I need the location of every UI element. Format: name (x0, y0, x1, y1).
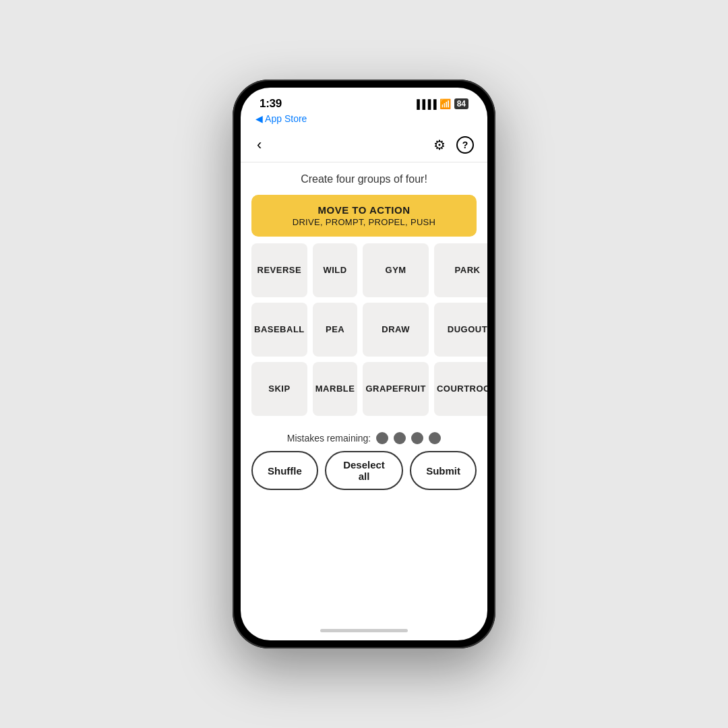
back-button[interactable]: ‹ (254, 133, 264, 156)
mistake-dot-3 (411, 432, 423, 444)
mistakes-row: Mistakes remaining: (287, 432, 442, 444)
mistake-dot-4 (429, 432, 441, 444)
solved-category-words: DRIVE, PROMPT, PROPEL, PUSH (262, 217, 466, 227)
wifi-icon: 📶 (439, 98, 451, 109)
word-tile-skip[interactable]: SKIP (251, 362, 307, 416)
battery-icon: 84 (454, 98, 468, 109)
status-icons: ▐▐▐▐ 📶 84 (414, 98, 468, 109)
solved-category-title: MOVE TO ACTION (262, 204, 466, 216)
word-tile-draw[interactable]: DRAW (363, 303, 429, 357)
deselect-all-button[interactable]: Deselect all (325, 451, 403, 490)
phone-screen: 1:39 ▐▐▐▐ 📶 84 ◀ App Store ‹ ⚙ ? Create (241, 88, 487, 640)
status-bar: 1:39 ▐▐▐▐ 📶 84 (241, 88, 487, 113)
game-subtitle: Create four groups of four! (301, 173, 427, 185)
word-tile-gym[interactable]: GYM (363, 243, 429, 297)
gear-icon[interactable]: ⚙ (433, 137, 446, 153)
home-indicator (241, 624, 487, 640)
word-tile-courtroom[interactable]: COURTROOM (434, 362, 487, 416)
signal-icon: ▐▐▐▐ (414, 99, 436, 109)
shuffle-button[interactable]: Shuffle (251, 451, 318, 490)
word-tile-baseball[interactable]: BASEBALL (251, 303, 307, 357)
word-tile-grapefruit[interactable]: GRAPEFRUIT (363, 362, 429, 416)
app-store-bar[interactable]: ◀ App Store (241, 113, 487, 128)
mistakes-label: Mistakes remaining: (287, 433, 371, 444)
status-right: ▐▐▐▐ 📶 84 (414, 98, 468, 109)
nav-bar: ‹ ⚙ ? (241, 128, 487, 162)
help-icon[interactable]: ? (456, 136, 474, 154)
mistake-dots (376, 432, 441, 444)
word-tile-marble[interactable]: MARBLE (313, 362, 358, 416)
mistake-dot-1 (376, 432, 388, 444)
game-area: Create four groups of four! MOVE TO ACTI… (241, 162, 487, 624)
nav-right-icons: ⚙ ? (433, 136, 474, 154)
word-tile-wild[interactable]: WILD (313, 243, 358, 297)
word-tile-reverse[interactable]: REVERSE (251, 243, 307, 297)
phone-shell: 1:39 ▐▐▐▐ 📶 84 ◀ App Store ‹ ⚙ ? Create (233, 80, 495, 648)
word-tile-pea[interactable]: PEA (313, 303, 358, 357)
submit-button[interactable]: Submit (410, 451, 477, 490)
word-tile-park[interactable]: PARK (434, 243, 487, 297)
solved-category-tile: MOVE TO ACTION DRIVE, PROMPT, PROPEL, PU… (251, 195, 477, 237)
mistake-dot-2 (394, 432, 406, 444)
word-tile-dugout[interactable]: DUGOUT (434, 303, 487, 357)
status-time: 1:39 (260, 97, 282, 111)
word-grid: REVERSE WILD GYM PARK BASEBALL PEA (251, 243, 477, 416)
action-buttons: Shuffle Deselect all Submit (251, 451, 477, 490)
app-store-back-label: ◀ App Store (255, 113, 307, 124)
home-bar (320, 629, 408, 632)
